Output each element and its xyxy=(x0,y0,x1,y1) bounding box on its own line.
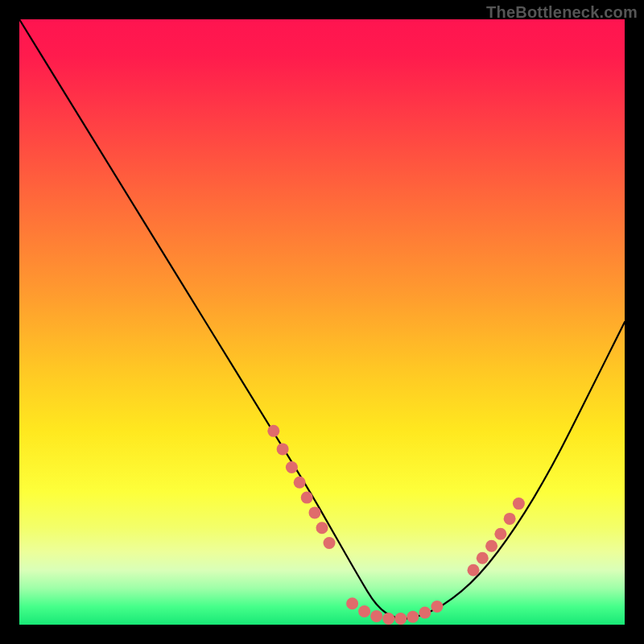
data-point xyxy=(494,528,506,540)
data-point xyxy=(370,610,382,622)
left-cluster xyxy=(267,425,335,549)
data-point xyxy=(468,564,480,576)
data-point xyxy=(407,611,419,623)
data-point xyxy=(382,613,394,625)
watermark-text: TheBottleneck.com xyxy=(486,3,638,22)
data-point xyxy=(431,601,443,613)
data-point xyxy=(267,425,279,437)
data-point xyxy=(316,522,328,534)
data-point xyxy=(504,513,516,525)
data-point xyxy=(301,492,313,504)
data-point xyxy=(286,461,298,473)
data-point xyxy=(477,552,489,564)
data-point xyxy=(324,537,336,549)
chart-svg xyxy=(19,19,625,625)
outer-frame: TheBottleneck.com xyxy=(0,0,644,644)
data-point xyxy=(277,443,289,455)
data-point xyxy=(485,540,497,552)
data-point xyxy=(346,597,358,609)
plot-area xyxy=(19,19,625,625)
data-point xyxy=(308,506,320,518)
data-point xyxy=(419,606,431,618)
data-point xyxy=(294,477,306,489)
right-cluster xyxy=(468,497,525,576)
data-point xyxy=(358,605,370,617)
data-point xyxy=(394,613,407,625)
bottom-cluster xyxy=(346,597,443,625)
data-point xyxy=(513,497,525,510)
